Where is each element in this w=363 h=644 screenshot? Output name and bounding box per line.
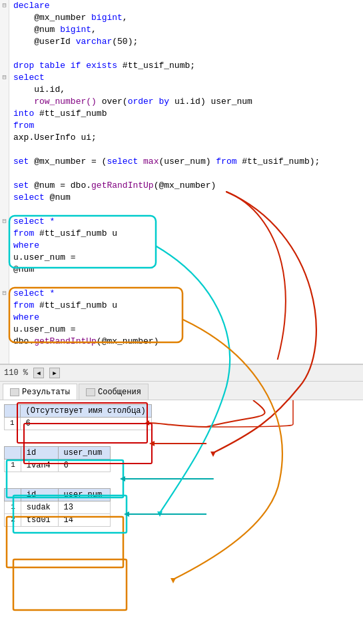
code-line: where (0, 312, 363, 324)
code-line: axp.UserInfo ui; (0, 132, 363, 144)
gutter-space (0, 252, 9, 264)
gutter-space (0, 228, 9, 240)
table-row: 1 6 (5, 418, 152, 430)
code-content: row_number() over(order by ui.id) user_n… (9, 96, 363, 108)
collapse-btn-2[interactable]: ⊟ (0, 72, 9, 84)
gutter-space (0, 300, 9, 312)
toolbar: 110 % ◀ ▶ (0, 364, 363, 382)
code-content (9, 168, 363, 180)
gutter-space (0, 120, 9, 132)
code-line: ⊟ select (0, 72, 363, 84)
code-content: select * (9, 288, 363, 300)
code-line: where (0, 240, 363, 252)
gutter-space (0, 132, 9, 144)
code-content (9, 144, 363, 156)
gutter-space (0, 192, 9, 204)
code-content: @num (9, 264, 363, 276)
code-line: ⊟ select * (0, 288, 363, 300)
gutter-space (0, 168, 9, 180)
code-line: u.user_num = (0, 252, 363, 264)
svg-marker-6 (120, 476, 125, 482)
code-content: u.user_num = (9, 324, 363, 336)
code-line: u.user_num = (0, 324, 363, 336)
cell-id: sudak (21, 501, 58, 514)
code-line: @userId varchar(50); (0, 36, 363, 48)
code-content: select (9, 72, 363, 84)
code-line: set @mx_number = (select max(user_num) f… (0, 156, 363, 168)
gutter-space (0, 276, 9, 288)
code-content (9, 48, 363, 60)
cell-user-num: 14 (58, 514, 110, 527)
code-content: where (9, 240, 363, 252)
cell-id: tsd01 (21, 514, 58, 527)
gutter-space (0, 240, 9, 252)
code-content: from #tt_usif_numb u (9, 228, 363, 240)
code-line: from (0, 120, 363, 132)
col-header-id: id (21, 447, 58, 460)
results-area: (Отсутствует имя столбца) 1 6 (0, 400, 363, 627)
code-line (0, 48, 363, 60)
gutter-space (0, 48, 9, 60)
code-content: @mx_number bigint, (9, 12, 363, 24)
code-content: from #tt_usif_numb u (9, 300, 363, 312)
row-num: 1 (5, 501, 21, 514)
collapse-btn-4[interactable]: ⊟ (0, 288, 9, 300)
gutter-space (0, 348, 9, 364)
tab-messages-label: Сообщения (98, 388, 141, 397)
tabs-bar: Результаты Сообщения (0, 382, 363, 400)
row-num: 2 (5, 514, 21, 527)
gutter-space (0, 60, 9, 72)
row-num: 1 (5, 460, 21, 472)
zoom-label: 110 % (4, 368, 28, 378)
tab-results-icon (10, 388, 19, 396)
table-row: 1 ivan4 6 (5, 460, 111, 472)
scroll-right-btn[interactable]: ▶ (49, 368, 60, 378)
code-content: dbo.getRandIntUp(@mx_number) (9, 336, 363, 348)
code-line: drop table if exists #tt_usif_numb; (0, 60, 363, 72)
code-line: ui.id, (0, 84, 363, 96)
result-table-1: (Отсутствует имя столбца) 1 6 (4, 404, 152, 430)
result-block-1: (Отсутствует имя столбца) 1 6 (4, 404, 152, 430)
col-header-id-2: id (21, 489, 58, 501)
gutter-space (0, 108, 9, 120)
code-content (9, 204, 363, 216)
tab-messages-icon (86, 388, 95, 396)
code-content: axp.UserInfo ui; (9, 132, 363, 144)
scroll-left-btn[interactable]: ◀ (33, 368, 44, 378)
code-line (0, 168, 363, 180)
collapse-btn-3[interactable]: ⊟ (0, 216, 9, 228)
collapse-btn-1[interactable]: ⊟ (0, 0, 9, 12)
result-block-3: id user_num 1 sudak 13 2 tsd01 (4, 488, 111, 527)
gutter-space (0, 24, 9, 36)
row-num: 1 (5, 418, 21, 430)
main-container: ⊟ declare @mx_number bigint, @num bigint… (0, 0, 363, 627)
col-header-no-name: (Отсутствует имя столбца) (20, 405, 151, 418)
result-table-3: id user_num 1 sudak 13 2 tsd01 (4, 488, 111, 527)
code-line: @num (0, 264, 363, 276)
code-line: set @num = dbo.getRandIntUp(@mx_number) (0, 180, 363, 192)
code-line: dbo.getRandIntUp(@mx_number) (0, 336, 363, 348)
code-content: from (9, 120, 363, 132)
code-content: @num bigint, (9, 24, 363, 36)
table-row: 1 sudak 13 (5, 501, 111, 514)
code-content: set @mx_number = (select max(user_num) f… (9, 156, 363, 168)
code-line: ⊟ declare (0, 0, 363, 12)
gutter-space (0, 264, 9, 276)
code-content: select * (9, 216, 363, 228)
results-wrapper: (Отсутствует имя столбца) 1 6 (0, 400, 363, 627)
code-content: declare (9, 0, 363, 12)
gutter-space (0, 336, 9, 348)
code-line (0, 144, 363, 156)
code-line: @mx_number bigint, (0, 12, 363, 24)
code-line (0, 276, 363, 288)
code-content: drop table if exists #tt_usif_numb; (9, 60, 363, 72)
code-line (0, 348, 363, 364)
code-line: from #tt_usif_numb u (0, 228, 363, 240)
code-content (9, 348, 363, 364)
code-line (0, 204, 363, 216)
gutter-space (0, 12, 9, 24)
cell-user-num: 13 (58, 501, 110, 514)
code-editor: ⊟ declare @mx_number bigint, @num bigint… (0, 0, 363, 364)
tab-messages[interactable]: Сообщения (79, 384, 149, 400)
tab-results[interactable]: Результаты (3, 384, 77, 400)
